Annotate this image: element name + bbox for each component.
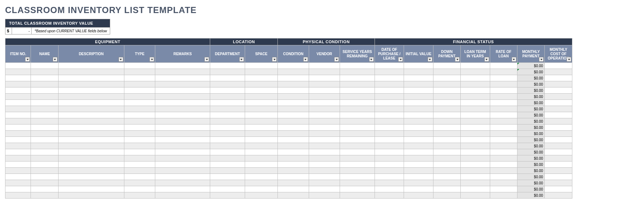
table-cell[interactable] <box>545 131 572 137</box>
table-cell[interactable] <box>433 174 460 180</box>
table-cell[interactable] <box>340 69 375 75</box>
table-cell[interactable] <box>404 168 433 174</box>
table-cell[interactable] <box>545 81 572 87</box>
table-cell[interactable] <box>375 81 404 87</box>
table-cell[interactable] <box>124 149 155 155</box>
table-cell[interactable] <box>340 137 375 143</box>
table-cell[interactable] <box>433 106 460 112</box>
table-cell[interactable] <box>155 100 210 106</box>
table-cell[interactable] <box>309 131 340 137</box>
table-cell[interactable] <box>5 137 31 143</box>
table-cell[interactable] <box>5 69 31 75</box>
filter-dropdown-icon[interactable] <box>334 57 339 62</box>
table-cell[interactable] <box>545 94 572 100</box>
table-cell[interactable]: $0.00 <box>517 180 544 186</box>
table-cell[interactable] <box>309 106 340 112</box>
table-cell[interactable] <box>490 180 517 186</box>
table-cell[interactable] <box>5 87 31 94</box>
table-cell[interactable] <box>404 143 433 149</box>
table-cell[interactable] <box>278 180 309 186</box>
table-cell[interactable] <box>545 192 572 199</box>
table-cell[interactable] <box>5 162 31 168</box>
table-cell[interactable] <box>210 87 245 94</box>
table-cell[interactable] <box>375 168 404 174</box>
table-cell[interactable] <box>375 162 404 168</box>
table-cell[interactable] <box>404 180 433 186</box>
table-cell[interactable] <box>490 192 517 199</box>
table-cell[interactable] <box>5 143 31 149</box>
table-cell[interactable] <box>490 100 517 106</box>
table-cell[interactable] <box>490 162 517 168</box>
table-cell[interactable] <box>278 81 309 87</box>
table-cell[interactable] <box>155 149 210 155</box>
table-cell[interactable] <box>278 143 309 149</box>
table-cell[interactable] <box>404 186 433 192</box>
table-cell[interactable] <box>461 131 490 137</box>
table-cell[interactable] <box>309 81 340 87</box>
table-cell[interactable] <box>31 149 58 155</box>
table-cell[interactable] <box>31 180 58 186</box>
table-cell[interactable] <box>31 87 58 94</box>
table-cell[interactable] <box>245 192 278 199</box>
table-cell[interactable] <box>461 168 490 174</box>
table-cell[interactable] <box>461 155 490 162</box>
table-cell[interactable] <box>545 174 572 180</box>
table-cell[interactable] <box>545 63 572 69</box>
table-cell[interactable] <box>245 63 278 69</box>
table-cell[interactable] <box>124 131 155 137</box>
table-cell[interactable] <box>433 186 460 192</box>
table-cell[interactable] <box>545 186 572 192</box>
table-cell[interactable]: $0.00 <box>517 87 544 94</box>
table-cell[interactable] <box>433 118 460 125</box>
table-cell[interactable] <box>375 180 404 186</box>
table-cell[interactable] <box>278 192 309 199</box>
table-cell[interactable] <box>58 112 124 118</box>
table-cell[interactable] <box>340 125 375 131</box>
table-cell[interactable] <box>340 149 375 155</box>
table-cell[interactable] <box>278 186 309 192</box>
table-cell[interactable] <box>340 155 375 162</box>
table-cell[interactable] <box>461 180 490 186</box>
table-cell[interactable] <box>545 168 572 174</box>
table-cell[interactable] <box>124 106 155 112</box>
table-cell[interactable] <box>5 125 31 131</box>
table-cell[interactable] <box>124 100 155 106</box>
table-cell[interactable] <box>461 75 490 81</box>
table-cell[interactable] <box>490 118 517 125</box>
table-cell[interactable] <box>58 81 124 87</box>
table-cell[interactable] <box>340 100 375 106</box>
filter-dropdown-icon[interactable] <box>239 57 244 62</box>
table-cell[interactable] <box>375 75 404 81</box>
table-cell[interactable] <box>278 155 309 162</box>
table-cell[interactable] <box>309 186 340 192</box>
table-cell[interactable] <box>340 180 375 186</box>
table-cell[interactable] <box>124 192 155 199</box>
table-cell[interactable] <box>5 94 31 100</box>
table-cell[interactable] <box>490 174 517 180</box>
table-cell[interactable] <box>404 63 433 69</box>
table-cell[interactable] <box>375 143 404 149</box>
filter-dropdown-icon[interactable] <box>25 57 30 62</box>
table-cell[interactable] <box>124 186 155 192</box>
table-cell[interactable] <box>375 100 404 106</box>
table-cell[interactable] <box>58 149 124 155</box>
table-cell[interactable] <box>5 112 31 118</box>
table-cell[interactable] <box>245 94 278 100</box>
table-cell[interactable] <box>340 118 375 125</box>
table-cell[interactable] <box>340 131 375 137</box>
table-cell[interactable] <box>58 174 124 180</box>
table-cell[interactable]: $0.00 <box>517 131 544 137</box>
table-cell[interactable] <box>31 112 58 118</box>
table-cell[interactable]: $0.00 <box>517 168 544 174</box>
table-cell[interactable] <box>309 63 340 69</box>
table-cell[interactable] <box>433 94 460 100</box>
table-cell[interactable]: $0.00 <box>517 94 544 100</box>
table-cell[interactable] <box>31 192 58 199</box>
table-cell[interactable] <box>155 131 210 137</box>
filter-dropdown-icon[interactable] <box>272 57 277 62</box>
table-cell[interactable] <box>433 81 460 87</box>
filter-dropdown-icon[interactable] <box>119 57 123 62</box>
table-cell[interactable] <box>58 192 124 199</box>
table-cell[interactable]: $0.00 <box>517 81 544 87</box>
table-cell[interactable] <box>210 81 245 87</box>
